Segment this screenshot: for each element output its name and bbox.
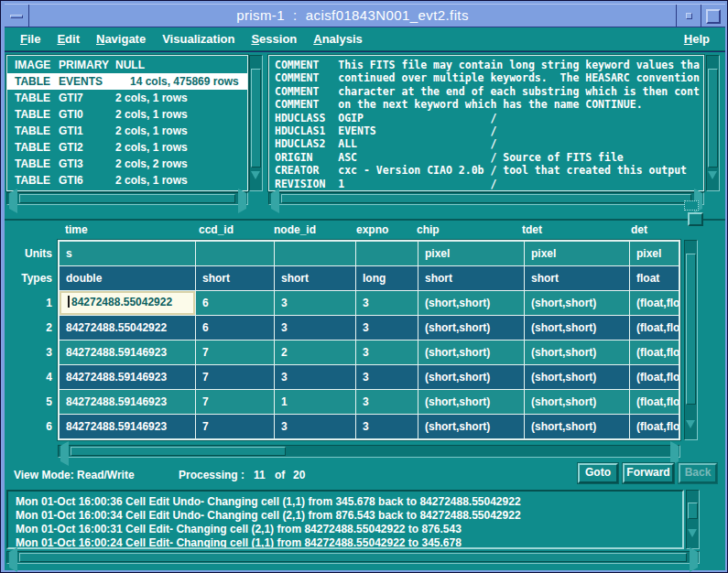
window-menu-button[interactable] xyxy=(5,5,29,27)
menu-visualization[interactable]: Visualization xyxy=(154,29,243,49)
menu-session[interactable]: Session xyxy=(243,29,305,49)
units-cell[interactable]: pixel xyxy=(630,242,679,265)
table-cell[interactable]: 3 xyxy=(275,291,355,315)
scroll-left-icon[interactable] xyxy=(60,446,70,456)
units-cell[interactable] xyxy=(275,242,355,265)
table-cell[interactable]: 84272488.59146923 xyxy=(60,341,195,364)
table-cell[interactable]: (short,short) xyxy=(525,316,629,340)
table-cell[interactable]: 7 xyxy=(196,415,274,438)
table-cell[interactable]: (short,short) xyxy=(418,291,524,315)
hdu-list-item-gti3[interactable]: TABLEGTI32 cols, 2 rows xyxy=(7,156,247,172)
table-cell[interactable]: (short,short) xyxy=(418,365,524,389)
minimize-button[interactable] xyxy=(676,5,701,27)
table-cell[interactable]: 3 xyxy=(275,365,355,389)
scrollbar-thumb[interactable] xyxy=(688,503,698,519)
table-cell[interactable]: (float,float) xyxy=(630,365,679,389)
column-header-expno[interactable]: expno xyxy=(356,223,388,236)
menu-analysis[interactable]: Analysis xyxy=(305,29,370,49)
scrollbar-thumb[interactable] xyxy=(686,254,696,405)
scroll-down-icon[interactable] xyxy=(688,537,698,547)
scroll-up-icon[interactable] xyxy=(686,242,696,252)
column-header-chip[interactable]: chip xyxy=(417,223,440,236)
table-cell[interactable]: (short,short) xyxy=(525,341,629,364)
scroll-up-icon[interactable] xyxy=(251,57,261,67)
table-cell[interactable]: 3 xyxy=(275,316,355,340)
table-cell[interactable]: 84272488.59146923 xyxy=(60,415,195,438)
menu-help[interactable]: Help xyxy=(676,29,718,49)
column-header-tdet[interactable]: tdet xyxy=(522,223,542,236)
units-cell[interactable]: s xyxy=(60,242,195,265)
table-cell[interactable]: 84272488.55042922 xyxy=(60,316,195,340)
types-cell[interactable]: long xyxy=(356,266,418,290)
table-cell[interactable]: (float,float) xyxy=(630,415,679,438)
table-hscrollbar[interactable] xyxy=(58,445,680,458)
types-cell[interactable]: float xyxy=(630,266,679,290)
table-cell[interactable]: (short,short) xyxy=(525,415,629,438)
scrollbar-thumb[interactable] xyxy=(71,447,286,456)
table-cell[interactable]: 3 xyxy=(356,390,418,414)
menu-navigate[interactable]: Navigate xyxy=(88,29,154,49)
keywords-hscrollbar[interactable] xyxy=(268,192,704,205)
scroll-right-icon[interactable] xyxy=(668,446,679,456)
table-cell[interactable]: 1 xyxy=(275,390,355,414)
table-vscrollbar[interactable] xyxy=(684,240,698,440)
column-header-det[interactable]: det xyxy=(631,223,647,236)
hdu-list-item-primary[interactable]: IMAGEPRIMARYNULL xyxy=(7,57,247,73)
sash-handle[interactable] xyxy=(688,212,703,226)
table-cell[interactable]: (float,float) xyxy=(630,341,679,364)
hdu-list-hscrollbar[interactable] xyxy=(6,192,248,205)
hdu-list-vscrollbar[interactable] xyxy=(249,55,263,191)
table-cell[interactable]: 2 xyxy=(275,341,355,364)
table-cell[interactable]: 3 xyxy=(275,415,355,438)
hdu-list-item-gti7[interactable]: TABLEGTI72 cols, 1 rows xyxy=(7,90,247,106)
log-hscrollbar[interactable] xyxy=(6,551,700,564)
table-cell[interactable]: (float,float) xyxy=(630,316,679,340)
table-cell[interactable]: (short,short) xyxy=(418,390,524,414)
table-cell[interactable]: 7 xyxy=(196,390,274,414)
hdu-list-item-events-selected[interactable]: TABLEEVENTS14 cols, 475869 rows xyxy=(7,73,247,90)
scroll-up-icon[interactable] xyxy=(708,57,718,67)
hdu-list-item-gti2[interactable]: TABLEGTI22 cols, 1 rows xyxy=(7,139,247,156)
table-cell[interactable]: (float,float) xyxy=(630,390,679,414)
scrollbar-thumb[interactable] xyxy=(251,69,261,168)
scroll-down-icon[interactable] xyxy=(708,179,718,189)
table-cell[interactable]: (float,float) xyxy=(630,291,679,315)
scroll-left-icon[interactable] xyxy=(8,193,18,203)
column-header-time[interactable]: time xyxy=(65,223,88,236)
types-cell[interactable]: double xyxy=(60,266,195,290)
table-cell[interactable]: 3 xyxy=(356,365,418,389)
scroll-left-icon[interactable] xyxy=(270,193,280,203)
table-cell[interactable]: (short,short) xyxy=(418,415,524,438)
scroll-down-icon[interactable] xyxy=(251,179,261,189)
table-cell[interactable]: 6 xyxy=(196,316,274,340)
scrollbar-thumb[interactable] xyxy=(281,194,691,203)
table-cell[interactable]: 84272488.59146923 xyxy=(60,390,195,414)
scroll-down-icon[interactable] xyxy=(686,428,696,438)
scrollbar-thumb[interactable] xyxy=(708,69,718,168)
units-cell[interactable]: pixel xyxy=(525,242,629,265)
table-cell-editing[interactable]: 84272488.55042922 xyxy=(60,291,195,315)
table-cell[interactable]: 6 xyxy=(196,291,274,315)
menu-edit[interactable]: Edit xyxy=(49,29,88,49)
types-cell[interactable]: short xyxy=(275,266,355,290)
goto-button[interactable]: Goto xyxy=(578,463,618,483)
maximize-button[interactable] xyxy=(701,5,725,27)
scroll-up-icon[interactable] xyxy=(688,492,698,502)
column-header-ccd-id[interactable]: ccd_id xyxy=(199,223,234,236)
table-cell[interactable]: 7 xyxy=(196,341,274,364)
scrollbar-thumb[interactable] xyxy=(19,553,687,562)
units-cell[interactable] xyxy=(196,242,274,265)
units-cell[interactable] xyxy=(356,242,418,265)
types-cell[interactable]: short xyxy=(196,266,274,290)
units-cell[interactable]: pixel xyxy=(418,242,524,265)
table-cell[interactable]: (short,short) xyxy=(418,316,524,340)
table-cell[interactable]: 3 xyxy=(356,415,418,438)
table-cell[interactable]: 3 xyxy=(356,316,418,340)
table-cell[interactable]: 7 xyxy=(196,365,274,389)
column-header-node-id[interactable]: node_id xyxy=(274,223,316,236)
keywords-vscrollbar[interactable] xyxy=(706,55,720,191)
scroll-left-icon[interactable] xyxy=(8,552,18,562)
hdu-list-item-gti1[interactable]: TABLEGTI12 cols, 1 rows xyxy=(7,123,247,139)
scroll-right-icon[interactable] xyxy=(688,552,698,562)
menu-file[interactable]: File xyxy=(12,29,49,49)
